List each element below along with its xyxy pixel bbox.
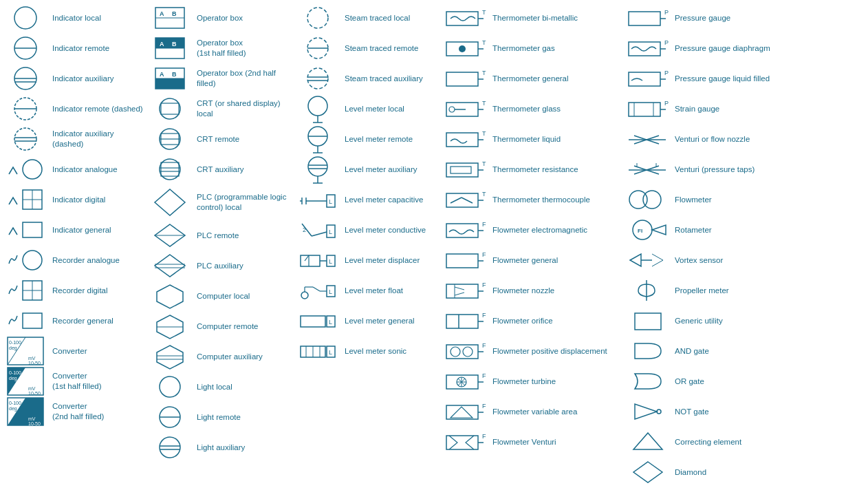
- svg-rect-123: [301, 316, 325, 327]
- svg-point-93: [308, 157, 327, 176]
- flowmeter-turbine-symbol: F: [444, 368, 487, 394]
- operator-box-item: A B Operator box: [146, 3, 294, 33]
- converter-label: Converter: [52, 346, 87, 357]
- svg-text:T: T: [482, 70, 486, 76]
- level-meter-displacer-symbol: L: [296, 247, 339, 273]
- level-meter-remote-label: Level meter remote: [345, 134, 413, 145]
- indicator-remote-dashed-symbol: [4, 96, 47, 122]
- svg-text:F: F: [482, 221, 486, 228]
- diamond-item: Diamond: [624, 457, 803, 487]
- flowmeter-general-item: F Flowmeter general: [442, 245, 624, 275]
- level-meter-auxiliary-label: Level meter auxiliary: [345, 164, 417, 175]
- svg-rect-151: [451, 167, 471, 173]
- converter-symbol: 0-100 deg mV 10-50: [4, 338, 47, 364]
- level-meter-float-item: L Level meter float: [294, 275, 442, 306]
- thermo-gas-symbol: T: [444, 35, 487, 61]
- indicator-remote-label: Indicator remote: [52, 43, 109, 54]
- venturi-pressure-taps-item: Venturi (pressure taps): [624, 154, 803, 184]
- recorder-digital-item: Recorder digital: [1, 275, 146, 306]
- svg-marker-221: [633, 433, 662, 449]
- svg-text:mV: mV: [28, 356, 36, 361]
- svg-text:deg: deg: [9, 376, 17, 381]
- computer-auxiliary-symbol: [149, 343, 191, 370]
- svg-text:T: T: [482, 9, 486, 16]
- svg-line-155: [451, 198, 462, 203]
- crt-local-item: CRT (or shared display) local: [146, 94, 294, 124]
- steam-traced-remote-symbol: [296, 35, 339, 61]
- indicator-analogue-label: Indicator analogue: [52, 164, 118, 175]
- thermo-resistance-item: T Thermometer resistance: [442, 154, 624, 184]
- svg-point-11: [23, 160, 42, 179]
- svg-rect-15: [23, 222, 42, 237]
- svg-point-0: [14, 7, 36, 29]
- thermo-liquid-item: T Thermometer liquid: [442, 124, 624, 154]
- converter-2nd-label: Converter(2nd half filled): [52, 401, 104, 422]
- svg-text:P: P: [664, 100, 669, 107]
- flowmeter-general-symbol: F: [444, 247, 487, 273]
- svg-text:0-100: 0-100: [9, 340, 21, 345]
- flowmeter-orifice-label: Flowmeter orifice: [492, 316, 553, 326]
- svg-rect-150: [446, 163, 478, 177]
- thermo-glass-symbol: T: [444, 96, 487, 122]
- level-meter-sonic-symbol: L: [296, 338, 339, 364]
- diamond-label: Diamond: [675, 467, 706, 478]
- svg-rect-171: [446, 315, 478, 328]
- thermo-bimetallic-label: Thermometer bi-metallic: [492, 13, 578, 23]
- svg-point-177: [463, 347, 473, 357]
- pressure-gauge-diaphragm-symbol: P: [627, 35, 669, 61]
- svg-text:L: L: [329, 288, 332, 295]
- indicator-analogue-item: Indicator analogue: [1, 154, 146, 184]
- svg-text:FI: FI: [638, 228, 642, 234]
- or-gate-symbol: [627, 368, 669, 394]
- svg-rect-162: [446, 254, 478, 268]
- thermo-thermocouple-label: Thermometer thermocouple: [492, 195, 590, 205]
- converter-1st-symbol: 0-100 deg mV 10-50: [4, 368, 47, 394]
- svg-marker-71: [157, 346, 183, 369]
- converter-2nd-item: 0-100 deg mV 10-50 Converter(2nd half fi…: [1, 396, 146, 427]
- svg-text:10-50: 10-50: [28, 391, 41, 396]
- svg-point-116: [301, 292, 308, 299]
- not-gate-symbol: [627, 399, 669, 425]
- svg-text:0-100: 0-100: [9, 401, 21, 405]
- level-meter-remote-item: Level meter remote: [294, 124, 442, 154]
- indicator-digital-item: Indicator digital: [1, 184, 146, 215]
- indicator-auxiliary-dashed-symbol: [4, 126, 47, 152]
- venturi-flow-nozzle-symbol: [627, 126, 669, 152]
- svg-text:deg: deg: [9, 346, 17, 351]
- thermo-bimetallic-item: T Thermometer bi-metallic: [442, 3, 624, 33]
- light-remote-label: Light remote: [197, 412, 241, 423]
- crt-remote-item: CRT remote: [146, 124, 294, 154]
- plc-auxiliary-symbol: [149, 253, 191, 279]
- recorder-general-item: Recorder general: [1, 306, 146, 336]
- svg-text:A: A: [160, 71, 164, 78]
- propeller-meter-label: Propeller meter: [675, 286, 729, 296]
- level-meter-float-symbol: L: [296, 277, 339, 304]
- level-meter-local-label: Level meter local: [345, 104, 404, 114]
- plc-local-label: PLC (programmable logiccontrol) local: [197, 192, 286, 213]
- computer-remote-label: Computer remote: [197, 321, 258, 332]
- and-gate-label: AND gate: [675, 346, 709, 357]
- thermo-resistance-label: Thermometer resistance: [492, 164, 578, 175]
- operator-box-1st-symbol: A B: [149, 35, 191, 61]
- svg-point-74: [160, 376, 180, 397]
- steam-traced-auxiliary-label: Steam traced auxiliary: [345, 74, 423, 84]
- strain-gauge-symbol: P: [627, 96, 669, 122]
- svg-text:T: T: [482, 160, 486, 167]
- crt-local-label: CRT (or shared display) local: [197, 98, 291, 119]
- recorder-analogue-label: Recorder analogue: [52, 255, 120, 266]
- level-meter-local-item: Level meter local: [294, 94, 442, 124]
- operator-box-2nd-symbol: A B: [149, 65, 191, 92]
- thermo-gas-item: T Thermometer gas: [442, 33, 624, 63]
- computer-auxiliary-item: Computer auxiliary: [146, 341, 294, 372]
- or-gate-label: OR gate: [675, 376, 704, 387]
- thermo-bimetallic-symbol: T: [444, 5, 487, 31]
- svg-rect-147: [446, 133, 478, 147]
- converter-item: 0-100 deg mV 10-50 Converter: [1, 336, 146, 366]
- indicator-auxiliary-label: Indicator auxiliary: [52, 74, 113, 84]
- and-gate-item: AND gate: [624, 336, 803, 366]
- flowmeter-nozzle-item: F Flowmeter nozzle: [442, 275, 624, 306]
- svg-line-156: [462, 198, 473, 203]
- svg-point-80: [307, 8, 328, 28]
- crt-auxiliary-label: CRT auxiliary: [197, 164, 244, 175]
- svg-rect-110: [301, 255, 320, 266]
